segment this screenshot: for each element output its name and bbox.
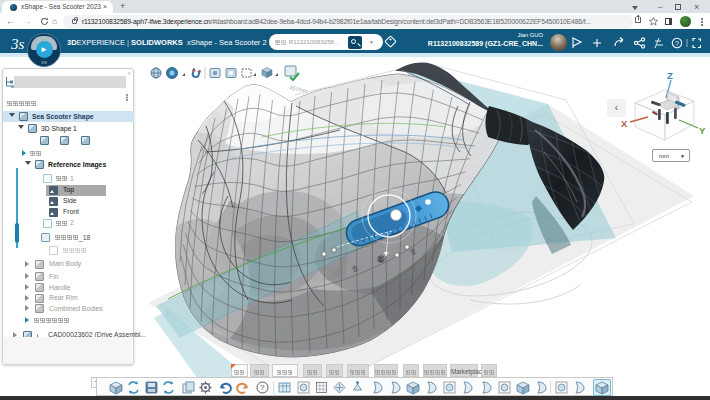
svg-text:0: 0	[379, 256, 383, 263]
svg-text:X: X	[621, 118, 628, 129]
svg-text:3s: 3s	[11, 36, 25, 52]
svg-text:Y: Y	[699, 125, 706, 136]
svg-text:457mm: 457mm	[289, 84, 309, 94]
svg-text:Z: Z	[667, 70, 673, 81]
svg-text:?: ?	[260, 383, 265, 392]
svg-text:?: ?	[675, 40, 679, 47]
